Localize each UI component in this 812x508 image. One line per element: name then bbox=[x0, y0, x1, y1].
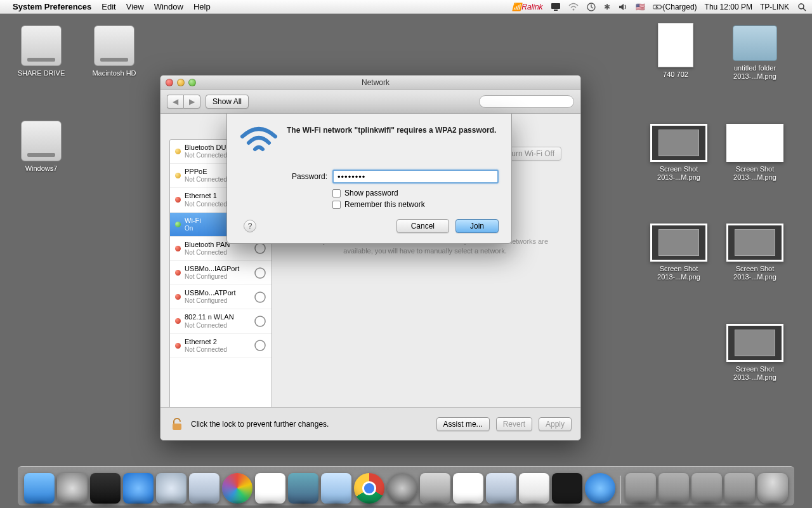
desktop-document[interactable]: 740 702 bbox=[644, 23, 707, 79]
desktop-folder[interactable]: untitled folder 2013-...M.png bbox=[723, 25, 787, 81]
lock-icon[interactable] bbox=[169, 417, 185, 432]
show-password-label: Show password bbox=[344, 189, 398, 197]
svg-point-13 bbox=[255, 268, 265, 278]
volume-menu-icon[interactable] bbox=[618, 3, 628, 11]
desktop-label: Screen Shot 2013-...M.png bbox=[647, 264, 710, 282]
dock-preview[interactable] bbox=[288, 473, 318, 504]
desktop-screenshot[interactable]: Screen Shot 2013-...M.png bbox=[647, 124, 710, 182]
service-status: Not Connected bbox=[185, 249, 250, 257]
connection-icon bbox=[254, 291, 266, 304]
timemachine-menu-icon[interactable] bbox=[586, 3, 596, 11]
assist-me-button[interactable]: Assist me... bbox=[436, 417, 490, 431]
dock-minimized-window[interactable] bbox=[724, 473, 755, 504]
cancel-button[interactable]: Cancel bbox=[396, 219, 449, 233]
connection-icon bbox=[254, 339, 266, 352]
drive-icon bbox=[94, 25, 134, 66]
remember-network-checkbox[interactable] bbox=[332, 201, 341, 209]
spotlight-icon[interactable] bbox=[797, 3, 807, 11]
apply-button[interactable]: Apply bbox=[539, 417, 572, 431]
desktop-screenshot[interactable]: Screen Shot 2013-...M.png bbox=[647, 224, 710, 282]
menu-edit[interactable]: Edit bbox=[102, 2, 115, 11]
status-dot-icon bbox=[175, 173, 181, 178]
dock-textedit[interactable] bbox=[453, 473, 483, 504]
dock-itunes[interactable] bbox=[585, 473, 615, 504]
display-menu-icon[interactable] bbox=[551, 3, 561, 11]
dock-launchpad[interactable] bbox=[57, 473, 88, 504]
search-input[interactable] bbox=[479, 95, 574, 108]
screenshot-icon bbox=[650, 124, 707, 162]
dialog-help-button[interactable]: ? bbox=[244, 220, 256, 232]
desktop-screenshot[interactable]: Screen Shot 2013-...M.png bbox=[723, 224, 787, 282]
sidebar-item-802-11-n-wlan[interactable]: 802.11 n WLANNot Connected bbox=[170, 309, 272, 333]
dock-stack[interactable] bbox=[691, 473, 722, 504]
service-name: USBMo...ATPort bbox=[185, 289, 250, 297]
sidebar-item-ethernet-2[interactable]: Ethernet 2Not Connected bbox=[170, 334, 272, 358]
desktop-windows7[interactable]: Windows7 bbox=[10, 121, 73, 173]
dock-mission-control[interactable] bbox=[90, 473, 121, 504]
sidebar-item-usbmo-atport[interactable]: USBMo...ATPortNot Configured bbox=[170, 285, 272, 309]
dock-app-store[interactable] bbox=[123, 473, 154, 504]
screenshot-icon bbox=[650, 224, 707, 262]
bluetooth-menu-icon[interactable]: ✱ bbox=[604, 3, 610, 11]
ralink-menu[interactable]: 📶 Ralink bbox=[512, 3, 542, 11]
menu-help[interactable]: Help bbox=[193, 2, 211, 11]
status-dot-icon bbox=[175, 246, 181, 251]
show-password-checkbox[interactable] bbox=[332, 189, 341, 197]
dock-safari[interactable] bbox=[156, 473, 187, 504]
dock-xcode[interactable] bbox=[519, 473, 549, 504]
input-menu-icon[interactable]: 🇺🇸 bbox=[636, 3, 645, 11]
dock-iphoto[interactable] bbox=[222, 473, 252, 504]
window-toolbar: ◀ ▶ Show All 🔍 bbox=[160, 90, 580, 114]
show-all-button[interactable]: Show All bbox=[206, 95, 249, 109]
forward-button[interactable]: ▶ bbox=[183, 95, 200, 109]
dock-mail[interactable] bbox=[189, 473, 219, 504]
dock-ical[interactable] bbox=[255, 473, 285, 504]
svg-rect-17 bbox=[173, 424, 181, 430]
menu-view[interactable]: View bbox=[126, 2, 144, 11]
desktop-share-drive[interactable]: SHARE DRIVE bbox=[10, 25, 73, 78]
app-menu[interactable]: System Preferences bbox=[13, 2, 91, 11]
dock-chrome[interactable] bbox=[354, 473, 384, 504]
desktop-label: untitled folder 2013-...M.png bbox=[723, 64, 787, 81]
window-titlebar[interactable]: Network bbox=[160, 76, 580, 90]
clock-menu[interactable]: Thu 12:00 PM bbox=[705, 3, 752, 11]
service-status: Not Configured bbox=[185, 273, 250, 281]
desktop-label: SHARE DRIVE bbox=[16, 69, 67, 78]
password-input[interactable] bbox=[332, 170, 499, 184]
dock-terminal[interactable] bbox=[552, 473, 582, 504]
dock-trash[interactable] bbox=[757, 473, 788, 504]
wifi-menu-icon[interactable] bbox=[568, 3, 579, 11]
service-name: Ethernet 2 bbox=[185, 338, 250, 346]
desktop-screenshot[interactable]: Screen Shot 2013-...M.png bbox=[723, 124, 787, 182]
svg-point-2 bbox=[572, 8, 574, 10]
svg-point-12 bbox=[255, 243, 265, 253]
menu-window[interactable]: Window bbox=[154, 2, 183, 11]
back-button[interactable]: ◀ bbox=[167, 95, 183, 109]
dock-app[interactable] bbox=[486, 473, 516, 504]
desktop-label: Screen Shot 2013-...M.png bbox=[723, 264, 787, 282]
dock-quicktime[interactable] bbox=[387, 473, 417, 504]
screenshot-icon bbox=[726, 324, 783, 362]
svg-point-15 bbox=[255, 316, 265, 326]
sidebar-item-usbmo-iagport[interactable]: USBMo...IAGPortNot Configured bbox=[170, 261, 272, 285]
svg-point-16 bbox=[255, 340, 265, 351]
dock-system-preferences[interactable] bbox=[420, 473, 450, 504]
dock-finder[interactable] bbox=[24, 473, 55, 504]
revert-button[interactable]: Revert bbox=[496, 417, 532, 431]
desktop-screenshot[interactable]: Screen Shot 2013-...M.png bbox=[723, 324, 787, 382]
dock-stack[interactable] bbox=[658, 473, 689, 504]
desktop-label: 740 702 bbox=[661, 70, 690, 79]
service-status: Not Configured bbox=[185, 297, 250, 305]
join-button[interactable]: Join bbox=[455, 219, 499, 233]
password-label: Password: bbox=[287, 172, 327, 181]
svg-point-14 bbox=[255, 292, 265, 302]
dock-stack[interactable] bbox=[625, 473, 656, 504]
user-menu[interactable]: TP-LINK bbox=[760, 3, 789, 11]
service-status: Not Connected bbox=[185, 346, 250, 354]
desktop-macintosh-hd[interactable]: Macintosh HD bbox=[82, 25, 146, 78]
battery-menu[interactable]: (Charged) bbox=[653, 3, 697, 11]
service-name: USBMo...IAGPort bbox=[185, 265, 250, 273]
dock-app[interactable] bbox=[321, 473, 351, 504]
dialog-message: The Wi-Fi network "tplinkwifi" requires … bbox=[287, 125, 499, 156]
svg-line-7 bbox=[803, 8, 806, 11]
